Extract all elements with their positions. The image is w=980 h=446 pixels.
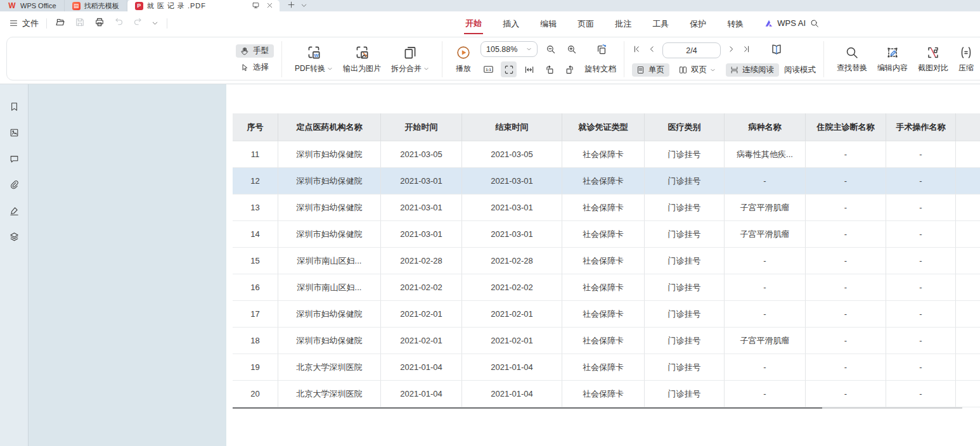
- table-cell: 17: [233, 301, 278, 328]
- table-cell: -: [806, 301, 886, 328]
- menu-item-3[interactable]: 页面: [576, 13, 595, 34]
- svg-text:1:1: 1:1: [486, 68, 491, 72]
- pdf-page[interactable]: 序号定点医药机构名称开始时间结束时间就诊凭证类型医疗类别病种名称住院主诊断名称手…: [226, 84, 980, 446]
- prev-page-button[interactable]: [647, 44, 657, 56]
- table-cell: 深圳市妇幼保健院: [278, 194, 381, 221]
- print-icon[interactable]: [94, 16, 105, 30]
- select-tool-button[interactable]: 选择: [236, 61, 274, 74]
- page-indicator-input[interactable]: 2/4: [662, 42, 721, 58]
- single-page-icon: [636, 65, 645, 75]
- actual-size-button[interactable]: 1:1: [480, 61, 496, 77]
- table-cell: 2021-02-01: [462, 328, 562, 354]
- file-menu-button[interactable]: 文件: [9, 18, 39, 29]
- rotate-left-button[interactable]: [541, 61, 557, 77]
- table-cell: 20: [233, 381, 278, 407]
- table-cell: [956, 354, 980, 381]
- navigation-panel[interactable]: [29, 84, 226, 446]
- table-cell: 2021-03-01: [381, 194, 462, 221]
- double-page-button[interactable]: 双页: [674, 63, 721, 77]
- open-file-icon[interactable]: [55, 16, 66, 30]
- next-page-button[interactable]: [726, 44, 736, 56]
- table-cell: 2021-03-01: [381, 168, 462, 194]
- thumbnail-icon[interactable]: [8, 127, 20, 139]
- ribbon-toolbar: 手型 选择 W PDF转换 输出为图片 拆分合并 播放: [0, 35, 980, 84]
- table-cell: 11: [233, 141, 278, 168]
- last-page-button[interactable]: [742, 44, 751, 56]
- compress-button[interactable]: 压缩: [953, 42, 979, 76]
- table-cell: [956, 274, 980, 301]
- close-tab-icon[interactable]: [266, 2, 273, 10]
- table-cell: -: [725, 381, 806, 407]
- comment-icon[interactable]: [8, 153, 20, 165]
- hamburger-icon: [9, 18, 18, 28]
- compress-icon: [958, 45, 974, 60]
- table-cell: 13: [233, 194, 278, 221]
- split-merge-button[interactable]: 拆分合并: [386, 42, 434, 77]
- fit-width-button[interactable]: [521, 61, 537, 77]
- attachment-icon[interactable]: [8, 179, 20, 191]
- tab-wps-office[interactable]: W WPS Office: [0, 0, 65, 11]
- find-replace-label: 查找替换: [837, 63, 867, 73]
- fit-page-button[interactable]: [501, 61, 517, 77]
- table-cell: 门诊挂号: [645, 221, 725, 248]
- menu-item-6[interactable]: 保护: [688, 13, 707, 34]
- play-button[interactable]: 播放: [450, 42, 477, 77]
- wps-ai-logo-icon: [764, 18, 774, 29]
- signature-pen-icon[interactable]: [8, 205, 20, 217]
- table-cell: 2021-01-04: [381, 381, 462, 407]
- menu-item-5[interactable]: 工具: [651, 13, 670, 34]
- table-cell: 2021-02-01: [381, 301, 462, 328]
- first-page-button[interactable]: [632, 44, 642, 56]
- single-page-button[interactable]: 单页: [632, 63, 669, 77]
- table-cell: -: [886, 301, 956, 328]
- zoom-level-dropdown[interactable]: 105.88%: [480, 41, 538, 57]
- hand-tool-button[interactable]: 手型: [236, 44, 274, 58]
- rotate-document-label[interactable]: 旋转文档: [584, 64, 616, 75]
- cursor-icon: [240, 63, 250, 73]
- save-icon[interactable]: [74, 16, 86, 30]
- edit-content-button[interactable]: 编辑内容: [872, 42, 913, 76]
- export-image-button[interactable]: 输出为图片: [338, 42, 386, 77]
- table-header-cell: 开始时间: [381, 113, 462, 141]
- chevron-down-icon: [423, 66, 429, 72]
- fit-width-icon: [524, 64, 535, 75]
- search-button[interactable]: [809, 18, 820, 29]
- wps-ai-button[interactable]: WPS AI: [764, 18, 806, 29]
- menu-item-2[interactable]: 编辑: [539, 13, 558, 34]
- zoom-in-button[interactable]: [564, 41, 579, 57]
- tab-medical-record-pdf[interactable]: P 就 医 记 录 .PDF: [127, 0, 280, 11]
- quick-access-chevron-icon[interactable]: [152, 18, 158, 29]
- tab-list-chevron-icon[interactable]: [300, 1, 307, 11]
- redo-icon[interactable]: [132, 16, 143, 30]
- tab-docer-templates[interactable]: ▤ 找稻壳模板: [65, 0, 127, 11]
- layers-icon[interactable]: [8, 231, 20, 243]
- select-tool-label: 选择: [253, 62, 269, 73]
- bookmark-icon[interactable]: [8, 101, 20, 113]
- read-mode-label[interactable]: 阅读模式: [784, 65, 816, 75]
- table-cell: -: [886, 354, 956, 381]
- rotate-right-icon: [564, 64, 576, 75]
- rotate-right-button[interactable]: [562, 61, 577, 77]
- zoom-in-icon: [566, 44, 577, 55]
- undo-icon[interactable]: [113, 16, 124, 30]
- zoom-out-button[interactable]: [543, 41, 558, 57]
- table-cell: 2021-02-02: [381, 274, 462, 301]
- screenshot-compare-button[interactable]: 截图对比: [913, 42, 953, 76]
- table-cell: 深圳市妇幼保健院: [278, 328, 381, 354]
- menu-item-1[interactable]: 插入: [501, 13, 520, 34]
- table-cell: -: [725, 248, 806, 274]
- table-cell: -: [806, 194, 886, 221]
- present-mode-icon[interactable]: [252, 1, 260, 11]
- menu-item-4[interactable]: 批注: [614, 13, 633, 34]
- menu-item-0[interactable]: 开始: [464, 13, 483, 34]
- menu-item-7[interactable]: 转换: [726, 13, 745, 34]
- continuous-read-button[interactable]: 连续阅读: [726, 63, 779, 77]
- find-replace-button[interactable]: 查找替换: [832, 42, 872, 76]
- table-cell: -: [725, 274, 806, 301]
- table-cell: 社会保障卡: [562, 248, 645, 274]
- pdf-convert-button[interactable]: W PDF转换: [290, 42, 338, 77]
- new-tab-button[interactable]: [287, 1, 295, 11]
- records-table: 序号定点医药机构名称开始时间结束时间就诊凭证类型医疗类别病种名称住院主诊断名称手…: [233, 113, 980, 407]
- table-cell: 深圳市南山区妇...: [278, 274, 381, 301]
- table-cell: 子宫平滑肌瘤: [725, 221, 806, 248]
